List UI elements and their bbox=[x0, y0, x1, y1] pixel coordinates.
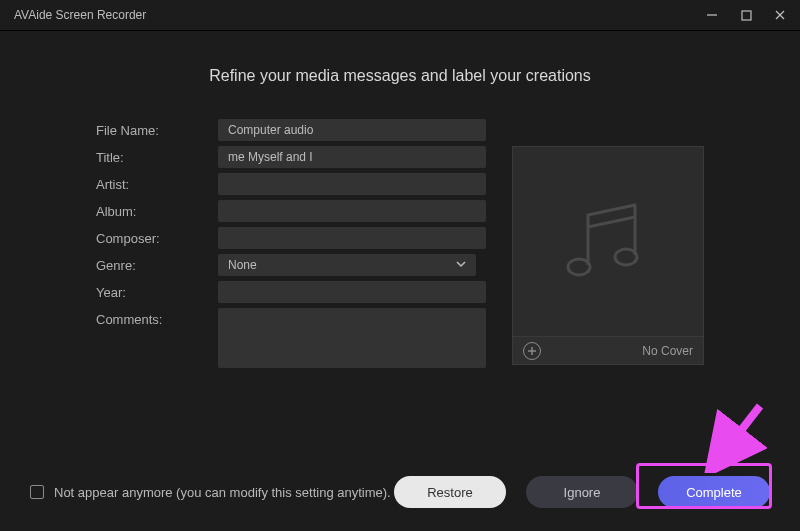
fields-column: File Name: Title: Artist: Album: Compose… bbox=[96, 119, 486, 373]
titlebar: AVAide Screen Recorder bbox=[0, 0, 800, 30]
not-appear-row: Not appear anymore (you can modify this … bbox=[30, 485, 391, 500]
row-comments: Comments: bbox=[96, 308, 486, 368]
label-title: Title: bbox=[96, 146, 218, 165]
svg-line-9 bbox=[718, 406, 760, 460]
minimize-icon[interactable] bbox=[704, 8, 720, 22]
heading: Refine your media messages and label you… bbox=[96, 67, 704, 85]
bottom-bar: Not appear anymore (you can modify this … bbox=[0, 453, 800, 531]
cover-art-placeholder bbox=[512, 146, 704, 337]
svg-point-6 bbox=[615, 249, 637, 265]
title-input[interactable] bbox=[218, 146, 486, 168]
label-album: Album: bbox=[96, 200, 218, 219]
row-composer: Composer: bbox=[96, 227, 486, 249]
content-area: Refine your media messages and label you… bbox=[0, 31, 800, 393]
svg-line-4 bbox=[588, 217, 635, 227]
row-album: Album: bbox=[96, 200, 486, 222]
label-file-name: File Name: bbox=[96, 119, 218, 138]
genre-select[interactable]: None bbox=[218, 254, 476, 276]
label-comments: Comments: bbox=[96, 308, 218, 327]
cover-panel: No Cover bbox=[512, 119, 704, 373]
row-year: Year: bbox=[96, 281, 486, 303]
genre-value: None bbox=[218, 254, 476, 276]
label-composer: Composer: bbox=[96, 227, 218, 246]
year-input[interactable] bbox=[218, 281, 486, 303]
form-area: File Name: Title: Artist: Album: Compose… bbox=[96, 119, 704, 373]
close-icon[interactable] bbox=[772, 8, 788, 22]
no-cover-label: No Cover bbox=[642, 344, 693, 358]
file-name-input[interactable] bbox=[218, 119, 486, 141]
composer-input[interactable] bbox=[218, 227, 486, 249]
maximize-icon[interactable] bbox=[738, 8, 754, 22]
add-cover-button[interactable] bbox=[523, 342, 541, 360]
svg-point-5 bbox=[568, 259, 590, 275]
label-artist: Artist: bbox=[96, 173, 218, 192]
app-title: AVAide Screen Recorder bbox=[14, 8, 146, 22]
label-year: Year: bbox=[96, 281, 218, 300]
not-appear-label: Not appear anymore (you can modify this … bbox=[54, 485, 391, 500]
window-controls bbox=[704, 8, 788, 22]
svg-rect-1 bbox=[742, 11, 751, 20]
complete-button[interactable]: Complete bbox=[658, 476, 770, 508]
row-title: Title: bbox=[96, 146, 486, 168]
ignore-button[interactable]: Ignore bbox=[526, 476, 638, 508]
plus-icon bbox=[527, 346, 537, 356]
row-genre: Genre: None bbox=[96, 254, 486, 276]
artist-input[interactable] bbox=[218, 173, 486, 195]
row-artist: Artist: bbox=[96, 173, 486, 195]
music-note-icon bbox=[553, 187, 663, 297]
footer-buttons: Restore Ignore Complete bbox=[394, 476, 770, 508]
label-genre: Genre: bbox=[96, 254, 218, 273]
restore-button[interactable]: Restore bbox=[394, 476, 506, 508]
not-appear-checkbox[interactable] bbox=[30, 485, 44, 499]
album-input[interactable] bbox=[218, 200, 486, 222]
comments-input[interactable] bbox=[218, 308, 486, 368]
row-file-name: File Name: bbox=[96, 119, 486, 141]
cover-footer: No Cover bbox=[512, 337, 704, 365]
